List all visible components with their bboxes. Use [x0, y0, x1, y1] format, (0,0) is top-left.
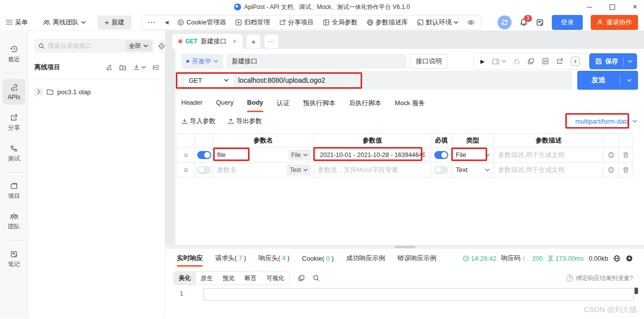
send-options-caret[interactable]	[620, 79, 638, 82]
generate-code-icon[interactable]	[542, 58, 549, 65]
layout-panel-icon[interactable]	[492, 58, 506, 65]
search-filter-dropdown[interactable]: 全部	[125, 40, 152, 51]
param-desc-input[interactable]	[494, 151, 603, 159]
save-button[interactable]: 保存	[589, 53, 637, 69]
eye-icon[interactable]	[467, 19, 475, 26]
bind-result-hint[interactable]: ? 绑定响应结果到变量?	[566, 274, 633, 283]
api-status-dropdown[interactable]: 开发中	[181, 54, 223, 69]
tree-item-project[interactable]: poc3.1 olap	[34, 85, 160, 98]
url-input[interactable]	[238, 76, 567, 84]
sync-icon[interactable]	[498, 15, 512, 29]
drag-handle-icon[interactable]: ≡	[184, 165, 188, 174]
document-tab[interactable]: GET 新建接口 ×	[172, 34, 243, 49]
view-preview[interactable]: 预览	[218, 272, 240, 285]
tab-response-headers[interactable]: 响应头( 4 )	[258, 254, 289, 267]
share-project-button[interactable]: 分享项目	[279, 18, 314, 27]
method-dropdown[interactable]: GET	[184, 74, 233, 87]
new-tab-button[interactable]: +	[247, 34, 260, 48]
quick-action-icon[interactable]	[571, 57, 580, 66]
param-name-type-dropdown[interactable]: Text	[287, 164, 311, 175]
copy-response-icon[interactable]	[298, 275, 305, 282]
search-input[interactable]	[48, 42, 122, 49]
tab-cookie[interactable]: Cookie( 0 )	[302, 255, 334, 266]
new-button[interactable]: + 新建	[98, 15, 131, 29]
param-name-input[interactable]	[213, 166, 287, 173]
param-required-toggle[interactable]	[434, 166, 448, 174]
response-editor[interactable]: 1	[165, 287, 644, 319]
param-required-toggle[interactable]	[434, 151, 448, 159]
duplicate-icon[interactable]	[527, 58, 534, 65]
tab-header[interactable]: Header	[181, 99, 203, 112]
tab-more-button[interactable]: ···	[264, 34, 278, 48]
locate-button[interactable]	[158, 39, 165, 53]
tab-auth[interactable]: 认证	[277, 99, 290, 112]
save-options-caret[interactable]	[624, 60, 637, 63]
desc-library-icon[interactable]	[608, 152, 615, 159]
collapse-tree-icon[interactable]	[152, 64, 160, 71]
tab-post-script[interactable]: 后执行脚本	[349, 99, 382, 112]
panel-resizer[interactable]	[165, 245, 644, 249]
new-api-icon[interactable]	[105, 64, 113, 71]
run-icon[interactable]: ▶	[481, 58, 485, 65]
view-assert[interactable]: 断言	[240, 272, 261, 285]
editor-scrollbar-thumb[interactable]	[635, 288, 638, 294]
login-button[interactable]: 登录	[552, 15, 583, 30]
tab-mock[interactable]: Mock 服务	[395, 99, 425, 112]
send-button[interactable]: 发送	[577, 71, 638, 90]
tab-error-example[interactable]: 错误响应示例	[397, 254, 436, 267]
global-params-button[interactable]: 全局参数	[323, 18, 358, 27]
share-api-icon[interactable]	[556, 58, 563, 65]
export-params-link[interactable]: 导出参数	[228, 117, 262, 126]
lock-icon[interactable]	[514, 58, 520, 65]
sidebar-item-test[interactable]: 测试	[2, 141, 25, 166]
globe-icon[interactable]	[613, 255, 621, 262]
param-type-dropdown[interactable]: File	[452, 151, 494, 159]
default-env-selector[interactable]: 默认环境	[417, 18, 458, 27]
sidebar-item-share[interactable]: 分享	[2, 110, 25, 136]
content-type-dropdown[interactable]: multipart/form-data	[575, 118, 637, 125]
menu-button[interactable]: 菜单	[6, 18, 28, 27]
param-value-input[interactable]	[316, 152, 429, 159]
tab-query[interactable]: Query	[216, 99, 234, 112]
drag-handle-icon[interactable]: ≡	[184, 151, 188, 159]
param-desc-input[interactable]	[494, 166, 603, 173]
sidebar-item-team[interactable]: 团队	[2, 209, 25, 235]
tab-pre-script[interactable]: 预执行脚本	[303, 99, 336, 112]
desc-library-icon[interactable]	[608, 166, 615, 173]
param-name-type-dropdown[interactable]: File	[288, 150, 311, 160]
search-box[interactable]: 全部	[34, 39, 154, 53]
new-folder-icon[interactable]	[119, 64, 127, 71]
delete-row-icon[interactable]	[623, 152, 629, 159]
sidebar-item-project[interactable]: 项目	[2, 178, 25, 204]
feedback-icon[interactable]	[536, 18, 544, 26]
notifications-button[interactable]: 3	[519, 18, 528, 26]
archive-manager-button[interactable]: 归档管理	[235, 18, 270, 27]
view-visualize[interactable]: 可视化	[261, 272, 289, 285]
api-name-input[interactable]	[232, 58, 401, 65]
invite-button[interactable]: 邀请协作	[591, 15, 638, 30]
sidebar-item-notes[interactable]: 笔记	[2, 246, 25, 272]
tab-request-headers[interactable]: 请求头( 7 )	[215, 254, 246, 267]
download-response-icon[interactable]	[626, 255, 633, 262]
api-name-field[interactable]	[227, 54, 406, 69]
close-tab-icon[interactable]: ×	[233, 37, 237, 45]
delete-row-icon[interactable]	[623, 166, 629, 173]
param-library-button[interactable]: 参数描述库	[367, 18, 408, 27]
import-icon[interactable]	[133, 64, 146, 71]
view-beautify[interactable]: 美化	[174, 272, 196, 285]
view-raw[interactable]: 原生	[196, 272, 218, 285]
param-type-dropdown[interactable]: Text	[452, 166, 494, 173]
tab-body[interactable]: Body	[247, 99, 263, 112]
close-button[interactable]: ×	[632, 4, 638, 10]
sidebar-item-recent[interactable]: 最近	[2, 41, 25, 67]
param-name-input[interactable]	[213, 151, 288, 159]
param-enabled-toggle[interactable]	[197, 166, 211, 174]
param-value-input[interactable]	[314, 166, 431, 173]
more-icon[interactable]: ···	[148, 18, 156, 26]
collapse-left-icon[interactable]: ◀	[165, 19, 169, 25]
maximize-button[interactable]	[609, 4, 615, 10]
sidebar-item-apis[interactable]: APIs	[2, 79, 25, 105]
search-response-icon[interactable]	[313, 275, 320, 282]
tab-success-example[interactable]: 成功响应示例	[346, 254, 385, 267]
minimize-button[interactable]	[586, 4, 592, 10]
